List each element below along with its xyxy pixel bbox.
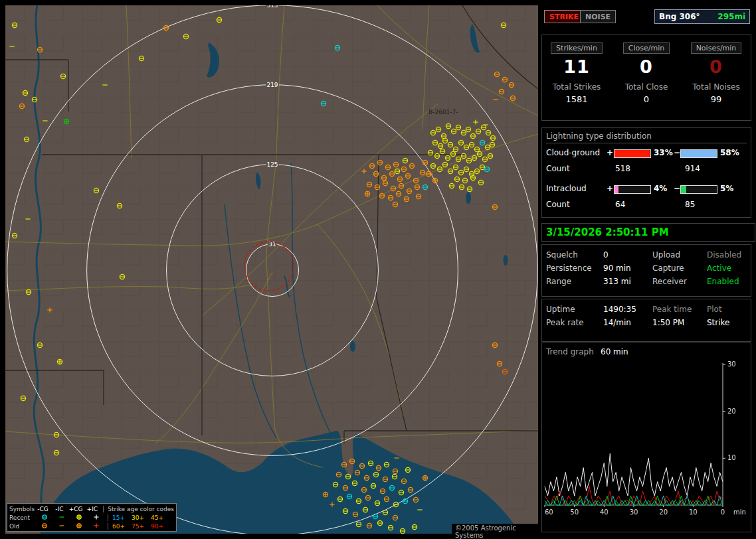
trend-graph: 1020306050403020100min — [542, 359, 751, 528]
legend-age-code: 30+ — [132, 514, 144, 521]
close-per-min-button[interactable]: Close/min — [623, 42, 670, 54]
capture-status: Active — [707, 262, 751, 275]
svg-text:20: 20 — [727, 408, 736, 415]
svg-text:10: 10 — [727, 454, 736, 461]
minus-sign: − — [674, 184, 680, 193]
upload-label: Upload — [652, 248, 707, 262]
legend-age-code: 15+ — [112, 514, 125, 521]
settings-section: Squelch 0 Upload Disabled Persistence 90… — [541, 244, 751, 297]
squelch-label: Squelch — [542, 248, 603, 262]
uptime-value: 1490:35 — [603, 303, 652, 316]
upload-status: Disabled — [707, 248, 751, 262]
strike-symbol — [64, 119, 68, 123]
legend-symbols-label: Symbols — [9, 506, 35, 512]
total-strikes-label: Total Strikes — [542, 82, 611, 92]
peak-time-value: 1:50 PM — [652, 316, 707, 329]
legend-age-code: 45+ — [151, 514, 163, 521]
peak-rate-value: 14/min — [603, 316, 652, 329]
legend-type-pcg: +CG — [68, 506, 84, 512]
intracloud-row: Intracloud + 4% − 5% — [542, 184, 751, 196]
svg-text:50: 50 — [570, 508, 579, 516]
strikes-rate-column: Strikes/min 11 Total Strikes 1581 — [542, 35, 611, 104]
cloud-ground-row: Cloud-ground + 33% − 58% — [542, 148, 751, 160]
persistence-label: Persistence — [542, 262, 603, 275]
total-noises-label: Total Noises — [682, 82, 751, 92]
settings-row: Range 313 mi Receiver Enabled — [542, 275, 751, 288]
panel-topbar: STRIKE NOISE Bng 306° 295mi — [541, 7, 751, 27]
map-legend: Symbols -CG -IC +CG +IC Strike age color… — [7, 503, 177, 532]
stats-row: Peak rate 14/min 1:50 PM Strike — [542, 316, 751, 329]
receiver-label: Receiver — [652, 275, 707, 288]
trend-graph-label: Trend graph — [546, 347, 594, 356]
bearing-range-value: 295mi — [717, 12, 745, 21]
count-label: Count — [546, 164, 570, 173]
ic-positive-count: 64 — [615, 200, 625, 209]
noises-per-min-button[interactable]: Noises/min — [691, 42, 742, 54]
rates-section: Strikes/min 11 Total Strikes 1581 Close/… — [541, 35, 751, 121]
total-strikes-value: 1581 — [542, 94, 611, 104]
noises-rate-column: Noises/min 0 Total Noises 99 — [682, 35, 751, 104]
capture-label: Capture — [652, 262, 707, 275]
strike-button[interactable]: STRIKE — [544, 10, 584, 23]
intracloud-label: Intracloud — [546, 184, 587, 193]
map-area: 31125219313 B-2601-7- Symbols -CG -IC +C… — [5, 5, 538, 534]
plot-label: Plot — [707, 303, 751, 316]
ic-negative-pct: 5% — [720, 184, 733, 193]
cg-negative-pct: 58% — [720, 148, 739, 157]
ic-negative-bar — [680, 185, 717, 194]
peak-time-label: Peak time — [652, 303, 707, 316]
total-close-label: Total Close — [612, 82, 681, 92]
stats-row: Uptime 1490:35 Peak time Plot — [542, 303, 751, 316]
datetime-display: 3/15/2026 2:50:11 PM — [541, 223, 755, 242]
total-noises-value: 99 — [682, 94, 751, 104]
svg-text:20: 20 — [659, 508, 668, 516]
legend-symbol-icon — [36, 522, 53, 530]
legend-row: Old60+75+90+ — [9, 522, 174, 530]
noises-per-min-value: 0 — [682, 56, 751, 77]
legend-age-code: 75+ — [132, 523, 144, 530]
svg-text:313: 313 — [266, 5, 278, 9]
noise-button[interactable]: NOISE — [580, 10, 616, 23]
svg-text:60: 60 — [545, 508, 553, 516]
svg-text:40: 40 — [600, 508, 609, 516]
svg-text:0: 0 — [721, 508, 725, 516]
strike-symbol — [365, 191, 369, 196]
legend-symbol-icon — [70, 522, 88, 530]
settings-row: Squelch 0 Upload Disabled — [542, 248, 751, 262]
status-panel: STRIKE NOISE Bng 306° 295mi Strikes/min … — [541, 0, 751, 539]
svg-text:30: 30 — [630, 508, 638, 516]
strike-symbol — [323, 492, 328, 497]
strikes-per-min-button[interactable]: Strikes/min — [551, 42, 603, 54]
trend-section: Trend graph 60 min 1020306050403020100mi… — [541, 343, 751, 532]
strike-symbol — [423, 475, 427, 480]
legend-symbol-icon — [53, 514, 70, 522]
distribution-title: Lightning type distribution — [546, 131, 747, 143]
legend-symbol-icon — [36, 514, 53, 522]
plot-value: Strike — [707, 316, 751, 329]
plus-sign: + — [607, 184, 613, 193]
legend-row: Recent15+30+45+ — [9, 513, 174, 522]
trend-window-value: 60 min — [601, 347, 628, 356]
uptime-label: Uptime — [542, 303, 603, 316]
legend-age-header: Strike age color codes — [103, 506, 174, 512]
minus-sign: − — [674, 148, 680, 157]
svg-text:30: 30 — [727, 360, 736, 368]
distribution-section: Lightning type distribution Cloud-ground… — [541, 127, 751, 218]
legend-type-ncg: -CG — [35, 506, 51, 512]
legend-symbol-icon — [70, 514, 88, 522]
uptime-section: Uptime 1490:35 Peak time Plot Peak rate … — [541, 299, 751, 342]
map-labels: B-2601-7- — [428, 109, 458, 116]
settings-row: Persistence 90 min Capture Active — [542, 262, 751, 275]
ic-count-row: Count 64 85 — [542, 200, 751, 212]
strike-symbol — [432, 178, 437, 183]
storm-map[interactable]: 31125219313 B-2601-7- — [5, 5, 538, 534]
ic-negative-count: 85 — [685, 200, 695, 209]
close-rate-column: Close/min 0 Total Close 0 — [612, 35, 681, 104]
cg-count-row: Count 518 914 — [542, 164, 751, 176]
receiver-status: Enabled — [707, 275, 751, 288]
persistence-value: 90 min — [603, 262, 652, 275]
legend-type-nic: -IC — [51, 506, 68, 512]
legend-age-code: 90+ — [151, 523, 163, 530]
cg-positive-count: 518 — [615, 164, 630, 173]
squelch-value: 0 — [603, 248, 652, 262]
